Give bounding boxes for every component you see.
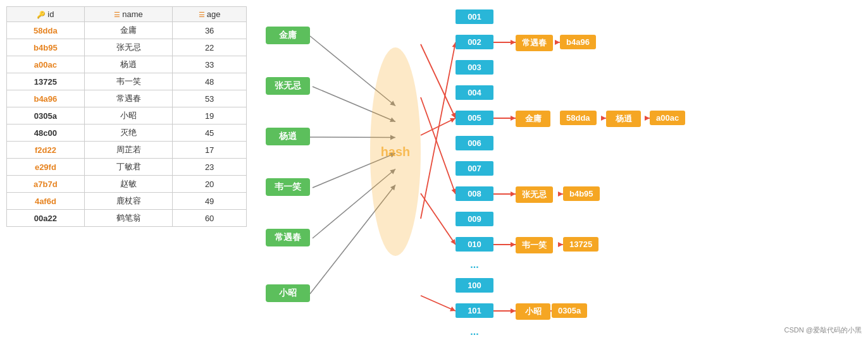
table-row: 4af6d鹿杖容49 (7, 193, 247, 210)
cell-age: 19 (173, 107, 247, 124)
svg-marker-39 (511, 242, 516, 247)
result-jingyong-name: 金庸 (516, 111, 550, 127)
cell-name: 杨逍 (84, 56, 172, 73)
svg-marker-25 (511, 40, 516, 45)
name-box-changyuchun: 常遇春 (266, 229, 310, 246)
cell-id: e29fd (7, 159, 85, 176)
cell-id: b4b95 (7, 39, 85, 56)
cell-id: 4af6d (7, 193, 85, 210)
table-row: 00a22鹤笔翁60 (7, 210, 247, 227)
data-table: 🔑id ☰name ☰age 58dda金庸36b4b95张无忌22a00ac杨… (6, 6, 247, 227)
cell-id: 0305a (7, 107, 85, 124)
cell-age: 53 (173, 90, 247, 107)
svg-line-22 (421, 296, 456, 311)
svg-marker-37 (558, 191, 563, 197)
cell-name: 鹤笔翁 (84, 210, 172, 227)
svg-line-18 (421, 97, 456, 194)
num-box-008: 008 (456, 186, 493, 201)
cell-name: 灭绝 (84, 124, 172, 142)
name-box-xiaozhao: 小昭 (266, 284, 310, 302)
cell-id: a00ac (7, 56, 85, 73)
table-row: f2d22周芷若17 (7, 142, 247, 159)
num-box-003: 003 (456, 60, 493, 75)
cell-age: 48 (173, 73, 247, 90)
num-box-100: 100 (456, 278, 493, 293)
table-section: 🔑id ☰name ☰age 58dda金庸36b4b95张无忌22a00ac杨… (0, 0, 259, 233)
cell-age: 22 (173, 39, 247, 56)
svg-marker-41 (558, 242, 563, 247)
num-ellipsis-1: ... (456, 259, 493, 270)
result-xiaozhao-name: 小昭 (516, 303, 550, 320)
num-box-007: 007 (456, 161, 493, 176)
cell-name: 周芷若 (84, 142, 172, 159)
result-xiaozhao-id: 0305a (552, 303, 587, 318)
cell-id: 48c00 (7, 124, 85, 142)
svg-marker-33 (645, 116, 650, 121)
cell-name: 小昭 (84, 107, 172, 124)
cell-id: 13725 (7, 73, 85, 90)
cell-name: 常遇春 (84, 90, 172, 107)
svg-line-20 (421, 193, 456, 245)
cell-id: 58dda (7, 22, 85, 39)
svg-marker-29 (511, 116, 516, 121)
svg-marker-35 (511, 191, 516, 197)
result-yangxiao-name: 杨逍 (606, 111, 641, 127)
table-row: 0305a小昭19 (7, 107, 247, 124)
cell-name: 鹿杖容 (84, 193, 172, 210)
num-box-101: 101 (456, 303, 493, 318)
cell-age: 17 (173, 142, 247, 159)
num-box-010: 010 (456, 237, 493, 252)
name-box-yangxiao: 杨逍 (266, 128, 310, 145)
svg-line-12 (421, 42, 456, 219)
table-row: 13725韦一笑48 (7, 73, 247, 90)
table-row: 48c00灭绝45 (7, 124, 247, 142)
cell-age: 49 (173, 193, 247, 210)
col-header-name: ☰name (84, 7, 172, 22)
num-ellipsis-2: ... (456, 326, 493, 337)
cell-age: 60 (173, 210, 247, 227)
cell-id: 00a22 (7, 210, 85, 227)
num-box-005: 005 (456, 111, 493, 125)
num-box-002: 002 (456, 35, 493, 49)
cell-id: f2d22 (7, 142, 85, 159)
table-row: e29fd丁敏君23 (7, 159, 247, 176)
cell-age: 20 (173, 176, 247, 193)
num-box-009: 009 (456, 212, 493, 226)
col-header-id: 🔑id (7, 7, 85, 22)
name-box-zhangwuji: 张无忌 (266, 77, 310, 95)
cell-age: 45 (173, 124, 247, 142)
num-box-006: 006 (456, 136, 493, 150)
name-box-weiyixiao: 韦一笑 (266, 178, 310, 196)
hash-label: hash (381, 145, 411, 159)
result-zhangwuji-id: b4b95 (563, 186, 600, 201)
col-header-age: ☰age (173, 7, 247, 22)
cell-name: 金庸 (84, 22, 172, 39)
num-box-004: 004 (456, 85, 493, 100)
cell-age: 23 (173, 159, 247, 176)
table-row: b4a96常遇春53 (7, 90, 247, 107)
cell-name: 张无忌 (84, 39, 172, 56)
result-yangxiao-id: a00ac (650, 111, 685, 125)
cell-id: b4a96 (7, 90, 85, 107)
hash-ellipse: hash (370, 47, 421, 256)
svg-marker-21 (450, 239, 456, 245)
arrows-svg (259, 0, 868, 340)
svg-line-14 (421, 44, 456, 118)
table-row: 58dda金庸36 (7, 22, 247, 39)
table-row: b4b95张无忌22 (7, 39, 247, 56)
result-zhangwuji-name: 张无忌 (516, 186, 553, 203)
table-row: a00ac杨逍33 (7, 56, 247, 73)
svg-marker-31 (601, 116, 606, 121)
result-weiyixiao-name: 韦一笑 (516, 237, 553, 253)
cell-name: 赵敏 (84, 176, 172, 193)
cell-age: 36 (173, 22, 247, 39)
table-row: a7b7d赵敏20 (7, 176, 247, 193)
result-jingyong-id: 58dda (560, 111, 597, 125)
watermark: CSDN @爱敲代码的小黑 (784, 325, 862, 335)
cell-name: 丁敏君 (84, 159, 172, 176)
name-box-jingyong: 金庸 (266, 27, 310, 44)
result-changyuchun-id: b4a96 (560, 35, 596, 49)
result-changyuchun-name: 常遇春 (516, 35, 553, 51)
svg-marker-27 (555, 40, 560, 45)
cell-id: a7b7d (7, 176, 85, 193)
